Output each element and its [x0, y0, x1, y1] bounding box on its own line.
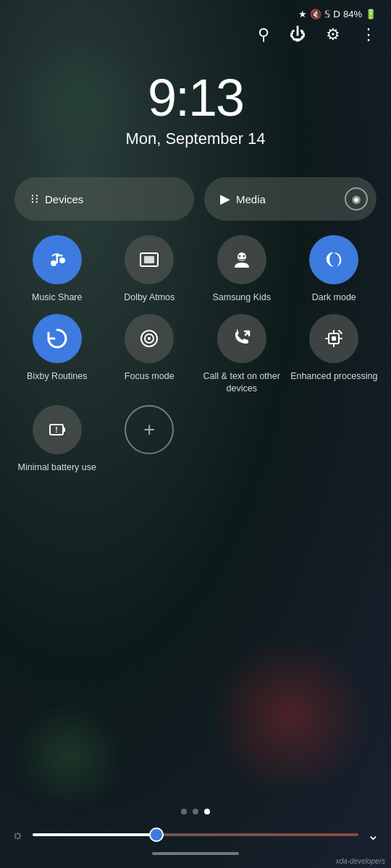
focus-mode-icon — [125, 314, 174, 363]
svg-text:!: ! — [55, 426, 57, 434]
quick-tiles-grid-row2: Bixby Routines Focus mode — [0, 314, 391, 394]
clock-section: 9:13 Mon, September 14 — [0, 50, 391, 177]
svg-point-8 — [243, 255, 245, 258]
minimal-battery-icon: ! — [33, 405, 82, 454]
chevron-down-icon[interactable]: ⌄ — [367, 826, 379, 843]
dot-1 — [181, 809, 187, 814]
media-output-icon[interactable]: ◉ — [345, 187, 368, 210]
tile-call-text-devices[interactable]: Call & text on other devices — [196, 314, 288, 394]
minimal-battery-label: Minimal battery use — [18, 461, 96, 473]
bixby-routines-label: Bixby Routines — [27, 370, 87, 382]
svg-point-0 — [51, 260, 56, 266]
samsung-kids-icon — [217, 235, 266, 284]
svg-point-7 — [238, 255, 240, 258]
dolby-atmos-icon — [125, 235, 174, 284]
enhanced-processing-icon — [309, 314, 358, 363]
dark-mode-icon — [309, 235, 358, 284]
control-icons-row: ⚲ ⏻ ⚙ ⋮ — [0, 20, 391, 50]
svg-rect-5 — [144, 256, 154, 263]
brightness-slider[interactable] — [33, 833, 359, 836]
media-play-icon: ▶ — [220, 191, 230, 207]
home-indicator — [0, 852, 391, 861]
svg-rect-13 — [332, 336, 336, 341]
music-share-label: Music Share — [32, 292, 82, 303]
status-icons: ★ 🔇 𝕊 Ⅾ 84% 🔋 — [298, 9, 377, 20]
dot-3 — [204, 809, 210, 814]
tile-dark-mode[interactable]: Dark mode — [288, 235, 381, 303]
samsung-kids-label: Samsung Kids — [212, 292, 271, 303]
dot-2 — [193, 809, 198, 814]
dolby-atmos-label: Dolby Atmos — [124, 292, 175, 303]
settings-icon[interactable]: ⚙ — [326, 25, 340, 44]
svg-point-11 — [148, 337, 151, 340]
tile-dolby-atmos[interactable]: Dolby Atmos — [104, 235, 196, 303]
media-left: ▶ Media — [220, 191, 266, 207]
svg-point-1 — [59, 258, 65, 263]
enhanced-processing-label: Enhanced processing — [290, 370, 377, 382]
tile-music-share[interactable]: Music Share — [11, 235, 104, 303]
tile-bixby-routines[interactable]: Bixby Routines — [11, 314, 104, 394]
mute-icon: 🔇 — [310, 9, 321, 20]
media-button[interactable]: ▶ Media ◉ — [204, 177, 377, 221]
battery-icon: 🔋 — [365, 9, 377, 20]
music-share-icon — [33, 235, 82, 284]
call-text-devices-icon — [217, 314, 266, 363]
add-icon: + — [125, 405, 174, 454]
status-bar: ★ 🔇 𝕊 Ⅾ 84% 🔋 — [0, 0, 391, 20]
quick-tiles-grid-row1: Music Share Dolby Atmos — [0, 235, 391, 303]
call-text-devices-label: Call & text on other devices — [196, 370, 288, 394]
brightness-thumb[interactable] — [149, 827, 164, 842]
tile-minimal-battery[interactable]: ! Minimal battery use — [11, 405, 104, 473]
dark-mode-label: Dark mode — [312, 292, 356, 303]
tile-enhanced-processing[interactable]: Enhanced processing — [288, 314, 381, 394]
svg-rect-15 — [63, 427, 65, 432]
tile-samsung-kids[interactable]: Samsung Kids — [196, 235, 288, 303]
watermark: xda-developers — [336, 857, 385, 865]
more-options-icon[interactable]: ⋮ — [361, 25, 377, 44]
add-tile-button[interactable]: + — [104, 405, 196, 473]
page-dots — [0, 809, 391, 814]
clock-time: 9:13 — [148, 72, 243, 124]
bottom-section: ☼ ⌄ — [0, 809, 391, 868]
brightness-control: ☼ ⌄ — [0, 826, 391, 843]
svg-rect-3 — [56, 255, 62, 257]
wifi-icon: 𝕊 — [324, 9, 330, 20]
clock-date: Mon, September 14 — [125, 129, 265, 148]
quick-actions-row: ⁝⁝ Devices ▶ Media ◉ — [0, 177, 391, 221]
brightness-fill — [33, 833, 156, 836]
signal-icon: Ⅾ — [333, 9, 340, 20]
quick-tiles-grid-row3: ! Minimal battery use + — [0, 405, 391, 473]
brightness-low-icon: ☼ — [12, 827, 24, 843]
focus-mode-label: Focus mode — [125, 370, 175, 382]
tile-focus-mode[interactable]: Focus mode — [104, 314, 196, 394]
devices-label: Devices — [45, 193, 83, 205]
home-bar — [152, 852, 239, 855]
search-icon[interactable]: ⚲ — [258, 25, 269, 44]
devices-button[interactable]: ⁝⁝ Devices — [14, 177, 194, 221]
bluetooth-icon: ★ — [298, 9, 307, 20]
bixby-routines-icon — [33, 314, 82, 363]
media-label: Media — [236, 193, 266, 205]
battery-text: 84% — [343, 9, 362, 20]
power-icon[interactable]: ⏻ — [290, 25, 306, 44]
devices-icon: ⁝⁝ — [30, 191, 39, 207]
